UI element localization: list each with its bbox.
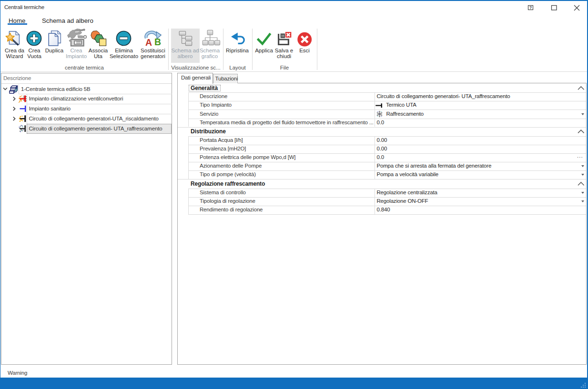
svg-text:?: ?: [529, 5, 532, 10]
svg-text:A: A: [145, 37, 152, 48]
svg-text:B: B: [154, 37, 161, 47]
